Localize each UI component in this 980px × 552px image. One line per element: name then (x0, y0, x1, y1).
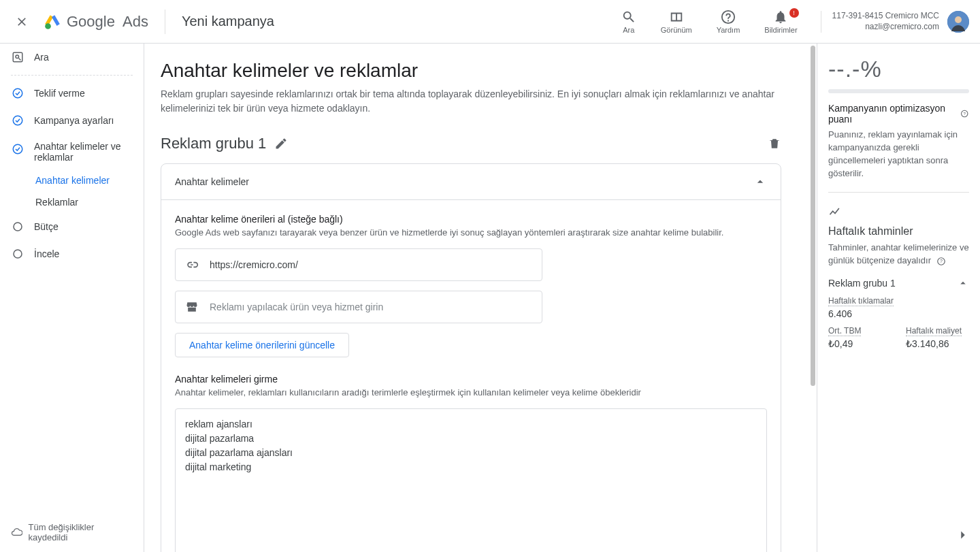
sidebar-footer-text: Tüm değişiklikler kaydedildi (28, 522, 133, 542)
header-search[interactable]: Ara (615, 10, 643, 34)
svg-point-2 (955, 16, 962, 23)
metric-value: ₺3.140,86 (906, 338, 967, 349)
main-content: Anahtar kelimeler ve reklamlar Reklam gr… (144, 44, 817, 552)
metric-label: Ort. TBM (828, 326, 861, 336)
main-scrollbar-thumb[interactable] (811, 46, 815, 386)
svg-point-8 (14, 223, 22, 231)
svg-point-9 (14, 250, 22, 258)
weekly-estimates-desc-text: Tahminler, anahtar kelimelerinize ve gün… (828, 242, 969, 265)
sidebar-sub-ads[interactable]: Reklamlar (0, 191, 144, 213)
check-circle-icon (11, 86, 24, 100)
account-line1: 117-391-8415 Cremicro MCC (832, 11, 939, 22)
account-info[interactable]: 117-391-8415 Cremicro MCC nazli@cremicro… (821, 11, 969, 33)
storefront-icon (185, 300, 199, 314)
sidebar-divider (11, 75, 133, 76)
check-circle-icon (11, 142, 24, 156)
ads-logo-icon (44, 13, 61, 31)
svg-point-6 (13, 116, 22, 125)
search-icon (621, 10, 636, 25)
main-scrollbar[interactable] (809, 46, 817, 552)
product-input-row[interactable] (175, 291, 542, 323)
header-view[interactable]: Görünüm (654, 10, 699, 34)
header-divider (165, 10, 165, 34)
svg-point-0 (45, 23, 51, 29)
bell-icon (773, 10, 788, 25)
url-input[interactable] (208, 259, 532, 271)
metric-weekly-cost: Haftalık maliyet ₺3.140,86 (906, 326, 967, 349)
logo-text-left: Google (67, 13, 115, 30)
close-button[interactable] (11, 11, 33, 33)
right-panel: --.-% Kampanyanın optimizasyon puanı ? P… (817, 44, 980, 552)
sidebar-item-search[interactable]: Ara (0, 44, 144, 71)
header-help[interactable]: Yardım (710, 10, 747, 34)
sidebar-item-label: Bütçe (34, 221, 59, 232)
check-circle-icon (11, 114, 24, 127)
account-line2: nazli@cremicro.com (832, 22, 939, 33)
sidebar-item-label: Teklif verme (34, 88, 85, 99)
edit-button[interactable] (274, 137, 288, 150)
right-panel-collapse[interactable] (956, 527, 970, 542)
optimization-score-value: --.-% (828, 56, 969, 82)
view-icon (669, 10, 684, 25)
svg-point-5 (13, 88, 22, 98)
left-sidebar: Ara Teklif verme Kampanya ayarları Anaht… (0, 44, 144, 552)
link-icon (185, 258, 199, 272)
url-input-row[interactable] (175, 248, 542, 281)
ad-group-header: Reklam grubu 1 (161, 135, 781, 152)
chevron-up-icon (957, 277, 969, 289)
header-notifications-label: Bildirimler (764, 26, 797, 34)
weekly-estimates-title: Haftalık tahminler (828, 225, 969, 238)
suggestions-subtitle: Google Ads web sayfanızı tarayarak veya … (175, 227, 767, 238)
svg-text:?: ? (940, 259, 943, 263)
weekly-metrics: Haftalık tıklamalar 6.406 Ort. TBM ₺0,49… (828, 296, 969, 349)
metric-value: ₺0,49 (828, 338, 889, 349)
header-notifications[interactable]: ! Bildirimler (757, 10, 804, 34)
keywords-card-header[interactable]: Anahtar kelimeler (161, 164, 781, 200)
suggestions-title: Anahtar kelime önerileri al (isteğe bağl… (175, 214, 767, 225)
svg-point-7 (13, 144, 22, 154)
keywords-card: Anahtar kelimeler Anahtar kelime önerile… (161, 163, 781, 552)
help-small-icon[interactable]: ? (960, 109, 969, 118)
avatar[interactable] (947, 11, 969, 33)
metric-label: Haftalık maliyet (906, 326, 962, 336)
optimization-score-title: Kampanyanın optimizasyon puanı ? (828, 103, 969, 125)
sidebar-item-budget[interactable]: Bütçe (0, 213, 144, 240)
svg-text:?: ? (964, 111, 966, 116)
page-title: Anahtar kelimeler ve reklamlar (161, 60, 781, 82)
sidebar-item-bidding[interactable]: Teklif verme (0, 80, 144, 107)
sidebar-item-review[interactable]: İncele (0, 240, 144, 267)
logo-text: Google Ads (67, 13, 148, 31)
header-search-label: Ara (623, 26, 634, 34)
weekly-estimates-desc: Tahminler, anahtar kelimelerinize ve gün… (828, 242, 969, 267)
update-suggestions-button[interactable]: Anahtar kelime önerilerini güncelle (175, 333, 349, 357)
sidebar-item-keywords-ads[interactable]: Anahtar kelimeler ve reklamlar (0, 134, 144, 169)
header-view-label: Görünüm (661, 26, 692, 34)
optimization-score-desc: Puanınız, reklam yayınlamak için kampany… (828, 129, 969, 180)
metric-weekly-clicks: Haftalık tıklamalar 6.406 (828, 296, 894, 319)
app-header: Google Ads Yeni kampanya Ara Görünüm Yar… (0, 0, 980, 44)
right-divider (828, 192, 969, 193)
sidebar-item-campaign-settings[interactable]: Kampanya ayarları (0, 107, 144, 134)
product-input[interactable] (208, 301, 532, 313)
page-description: Reklam grupları sayesinde reklamlarınızı… (161, 87, 781, 116)
right-ad-group-row[interactable]: Reklam grubu 1 (828, 277, 969, 289)
svg-rect-3 (13, 52, 22, 62)
radio-empty-icon (11, 247, 24, 261)
sidebar-sub-keywords[interactable]: Anahtar kelimeler (0, 169, 144, 191)
search-square-icon (11, 50, 24, 64)
metric-avg-cpc: Ort. TBM ₺0,49 (828, 326, 889, 349)
sidebar-item-label: Kampanya ayarları (34, 115, 114, 126)
metric-label: Haftalık tıklamalar (828, 296, 894, 306)
delete-ad-group-button[interactable] (768, 137, 781, 150)
help-small-icon[interactable]: ? (936, 257, 946, 266)
right-ad-group-label: Reklam grubu 1 (828, 278, 896, 289)
chevron-right-icon (956, 527, 970, 542)
optimization-score-bar (828, 89, 969, 93)
sidebar-item-label: Ara (34, 52, 49, 63)
trash-icon (768, 137, 781, 150)
chevron-up-icon (753, 175, 767, 189)
keywords-textarea[interactable] (175, 408, 767, 552)
logo: Google Ads (44, 13, 148, 31)
avatar-icon (947, 11, 969, 33)
enter-keywords-subtitle: Anahtar kelimeler, reklamları kullanıcıl… (175, 387, 767, 397)
